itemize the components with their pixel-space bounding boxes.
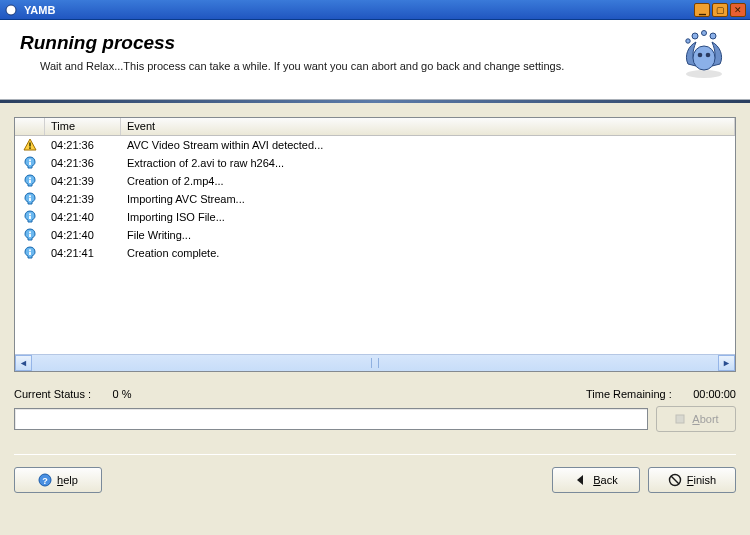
log-time: 04:21:41 bbox=[45, 247, 121, 259]
svg-point-17 bbox=[29, 213, 31, 215]
log-time: 04:21:36 bbox=[45, 157, 121, 169]
log-row[interactable]: 04:21:39Importing AVC Stream... bbox=[15, 190, 735, 208]
help-button[interactable]: ? help bbox=[14, 467, 102, 493]
svg-rect-16 bbox=[29, 198, 31, 201]
svg-rect-12 bbox=[29, 162, 31, 165]
finish-label-rest: inish bbox=[694, 474, 717, 486]
log-row[interactable]: 04:21:41Creation complete. bbox=[15, 244, 735, 262]
svg-point-8 bbox=[686, 39, 690, 43]
finish-button[interactable]: Finish bbox=[648, 467, 736, 493]
svg-point-11 bbox=[29, 159, 31, 161]
log-event: File Writing... bbox=[121, 229, 735, 241]
log-event: Creation complete. bbox=[121, 247, 735, 259]
log-row[interactable]: 04:21:40Importing ISO File... bbox=[15, 208, 735, 226]
page-subtitle: Wait and Relax...This process can take a… bbox=[20, 60, 730, 72]
log-row[interactable]: 04:21:39Creation of 2.mp4... bbox=[15, 172, 735, 190]
footer-row: ? help Back Finish bbox=[14, 467, 736, 493]
svg-point-6 bbox=[702, 31, 707, 36]
log-time: 04:21:40 bbox=[45, 211, 121, 223]
log-col-icon[interactable] bbox=[15, 118, 45, 135]
info-icon bbox=[15, 192, 45, 206]
progress-row: Abort bbox=[14, 406, 736, 432]
svg-point-7 bbox=[710, 33, 716, 39]
log-col-event[interactable]: Event bbox=[121, 118, 735, 135]
svg-rect-22 bbox=[29, 252, 31, 255]
maximize-button[interactable]: ▢ bbox=[712, 3, 728, 17]
help-icon: ? bbox=[38, 473, 52, 487]
svg-point-4 bbox=[706, 53, 711, 58]
log-event: Importing AVC Stream... bbox=[121, 193, 735, 205]
minimize-button[interactable]: ▁ bbox=[694, 3, 710, 17]
current-status-label: Current Status : bbox=[14, 388, 91, 400]
log-body[interactable]: 04:21:36AVC Video Stream within AVI dete… bbox=[15, 136, 735, 354]
info-icon bbox=[15, 156, 45, 170]
close-button[interactable]: ✕ bbox=[730, 3, 746, 17]
app-icon bbox=[4, 3, 18, 17]
log-event: Extraction of 2.avi to raw h264... bbox=[121, 157, 735, 169]
back-icon bbox=[574, 473, 588, 487]
time-remaining-label: Time Remaining : bbox=[586, 388, 672, 400]
log-event: AVC Video Stream within AVI detected... bbox=[121, 139, 735, 151]
back-label-u: B bbox=[593, 474, 600, 486]
info-icon bbox=[15, 228, 45, 242]
svg-rect-10 bbox=[29, 147, 31, 149]
abort-icon bbox=[673, 412, 687, 426]
log-hscrollbar[interactable]: ◄ ► bbox=[15, 354, 735, 371]
svg-point-5 bbox=[692, 33, 698, 39]
svg-point-3 bbox=[698, 53, 703, 58]
svg-rect-9 bbox=[29, 143, 31, 147]
info-icon bbox=[15, 210, 45, 224]
progress-bar bbox=[14, 408, 648, 430]
body: Time Event 04:21:36AVC Video Stream with… bbox=[0, 103, 750, 535]
status-row: Current Status : 0 % Time Remaining : 00… bbox=[14, 388, 736, 400]
svg-rect-23 bbox=[676, 415, 684, 423]
svg-rect-18 bbox=[29, 216, 31, 219]
log-header: Time Event bbox=[15, 118, 735, 136]
page-title: Running process bbox=[20, 32, 730, 54]
svg-point-19 bbox=[29, 231, 31, 233]
back-label-rest: ack bbox=[601, 474, 618, 486]
info-icon bbox=[15, 246, 45, 260]
log-time: 04:21:40 bbox=[45, 229, 121, 241]
svg-rect-20 bbox=[29, 234, 31, 237]
log-row[interactable]: 04:21:40File Writing... bbox=[15, 226, 735, 244]
svg-text:?: ? bbox=[42, 476, 48, 486]
back-button[interactable]: Back bbox=[552, 467, 640, 493]
abort-button: Abort bbox=[656, 406, 736, 432]
svg-point-0 bbox=[6, 5, 16, 15]
footer-divider bbox=[14, 454, 736, 455]
log-panel: Time Event 04:21:36AVC Video Stream with… bbox=[14, 117, 736, 372]
log-time: 04:21:36 bbox=[45, 139, 121, 151]
svg-line-27 bbox=[671, 476, 679, 484]
help-label-rest: elp bbox=[63, 474, 78, 486]
svg-point-13 bbox=[29, 177, 31, 179]
log-row[interactable]: 04:21:36AVC Video Stream within AVI dete… bbox=[15, 136, 735, 154]
log-event: Importing ISO File... bbox=[121, 211, 735, 223]
svg-point-15 bbox=[29, 195, 31, 197]
scroll-right-button[interactable]: ► bbox=[718, 355, 735, 371]
log-time: 04:21:39 bbox=[45, 175, 121, 187]
svg-point-21 bbox=[29, 249, 31, 251]
abort-label-rest: bort bbox=[700, 413, 719, 425]
abort-label-u: A bbox=[692, 413, 699, 425]
svg-point-2 bbox=[693, 46, 715, 70]
scroll-left-button[interactable]: ◄ bbox=[15, 355, 32, 371]
header: Running process Wait and Relax...This pr… bbox=[0, 20, 750, 100]
svg-rect-14 bbox=[29, 180, 31, 183]
log-event: Creation of 2.mp4... bbox=[121, 175, 735, 187]
finish-label-u: F bbox=[687, 474, 694, 486]
log-col-time[interactable]: Time bbox=[45, 118, 121, 135]
log-row[interactable]: 04:21:36Extraction of 2.avi to raw h264.… bbox=[15, 154, 735, 172]
log-time: 04:21:39 bbox=[45, 193, 121, 205]
scroll-track[interactable] bbox=[32, 355, 718, 371]
warning-icon bbox=[15, 138, 45, 152]
time-remaining-value: 00:00:00 bbox=[693, 388, 736, 400]
current-status-value: 0 % bbox=[112, 388, 131, 400]
window-controls: ▁ ▢ ✕ bbox=[694, 3, 746, 17]
window-title: YAMB bbox=[24, 4, 694, 16]
app-logo-icon bbox=[678, 28, 730, 80]
info-icon bbox=[15, 174, 45, 188]
finish-icon bbox=[668, 473, 682, 487]
svg-point-1 bbox=[686, 70, 722, 78]
titlebar: YAMB ▁ ▢ ✕ bbox=[0, 0, 750, 20]
